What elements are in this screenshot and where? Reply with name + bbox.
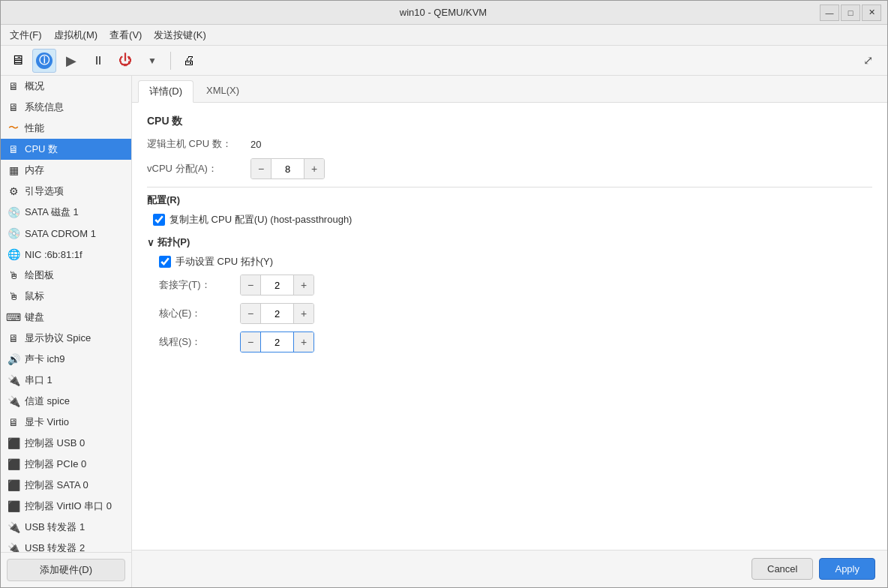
channel-icon: 🔌: [7, 394, 20, 408]
info-icon: ⓘ: [36, 52, 52, 69]
pause-button[interactable]: ⏸: [86, 49, 110, 73]
sidebar-item-perf[interactable]: 〜 性能: [1, 118, 131, 139]
sidebar-item-virtio[interactable]: 🖥 显卡 Virtio: [1, 412, 131, 433]
memory-icon: ▦: [7, 164, 20, 177]
sidebar-item-label: 串口 1: [25, 374, 52, 387]
nic-icon: 🌐: [7, 248, 20, 261]
threads-increment-button[interactable]: +: [294, 332, 314, 352]
sidebar-item-sound[interactable]: 🔊 声卡 ich9: [1, 349, 131, 370]
sidebar-item-label: 绘图板: [25, 268, 54, 282]
power-dropdown[interactable]: ▼: [140, 49, 164, 73]
cancel-button[interactable]: Cancel: [752, 558, 813, 580]
tab-xml[interactable]: XML(X): [195, 80, 250, 102]
sidebar-item-label: SATA CDROM 1: [25, 228, 96, 239]
sysinfo-icon: 🖥: [7, 100, 20, 114]
close-button[interactable]: ✕: [862, 4, 881, 21]
copy-host-cpu-label[interactable]: 复制主机 CPU 配置(U) (host-passthrough): [170, 213, 352, 226]
copy-host-cpu-row: 复制主机 CPU 配置(U) (host-passthrough): [153, 213, 872, 226]
topo-section: ∨ 拓扑(P) 手动设置 CPU 拓扑(Y) 套接字(T)： −: [147, 236, 872, 352]
sidebar-item-channel[interactable]: 🔌 信道 spice: [1, 391, 131, 412]
usb-conv1-icon: 🔌: [7, 520, 20, 534]
titlebar: win10 - QEMU/KVM — □ ✕: [1, 1, 887, 25]
manual-topo-row: 手动设置 CPU 拓扑(Y): [159, 255, 872, 268]
menu-vm[interactable]: 虚拟机(M): [48, 27, 104, 44]
threads-decrement-button[interactable]: −: [241, 332, 260, 352]
sidebar-item-label: 键盘: [25, 310, 44, 324]
sata0-icon: ⬛: [7, 478, 20, 492]
main-window: win10 - QEMU/KVM — □ ✕ 文件(F) 虚拟机(M) 查看(V…: [0, 0, 888, 588]
sidebar: 🖥 概况 🖥 系统信息 〜 性能 🖥 CPU 数 ▦ 内存: [1, 76, 132, 587]
threads-spinbox: − +: [240, 332, 314, 352]
threads-input[interactable]: [260, 332, 294, 352]
vcpu-input[interactable]: [271, 159, 304, 178]
sockets-decrement-button[interactable]: −: [241, 275, 260, 295]
tab-detail[interactable]: 详情(D): [138, 80, 194, 103]
boot-icon: ⚙: [7, 184, 20, 198]
sockets-row: 套接字(T)： − +: [159, 274, 872, 296]
main-content: 🖥 概况 🖥 系统信息 〜 性能 🖥 CPU 数 ▦ 内存: [1, 76, 887, 587]
sidebar-item-usb-conv2[interactable]: 🔌 USB 转发器 2: [1, 538, 131, 552]
cores-increment-button[interactable]: +: [294, 304, 314, 323]
manual-topo-checkbox[interactable]: [159, 256, 171, 268]
sidebar-item-memory[interactable]: ▦ 内存: [1, 160, 131, 181]
sidebar-item-spice[interactable]: 🖥 显示协议 Spice: [1, 328, 131, 349]
sidebar-item-mouse[interactable]: 🖱 鼠标: [1, 286, 131, 307]
sidebar-item-sysinfo[interactable]: 🖥 系统信息: [1, 97, 131, 118]
sidebar-item-sata1[interactable]: 💿 SATA 磁盘 1: [1, 202, 131, 223]
logical-cpu-label: 逻辑主机 CPU 数：: [147, 137, 244, 151]
maximize-button[interactable]: □: [841, 4, 860, 21]
mouse-icon: 🖱: [7, 290, 20, 303]
sidebar-item-boot[interactable]: ⚙ 引导选项: [1, 181, 131, 202]
cpucount-icon: 🖥: [7, 142, 20, 156]
sidebar-item-keyboard[interactable]: ⌨ 键盘: [1, 307, 131, 328]
sidebar-item-usb-conv1[interactable]: 🔌 USB 转发器 1: [1, 517, 131, 538]
info-button[interactable]: ⓘ: [32, 49, 56, 73]
sidebar-item-label: 概况: [25, 80, 44, 93]
play-button[interactable]: ▶: [59, 49, 83, 73]
sidebar-item-cpucount[interactable]: 🖥 CPU 数: [1, 139, 131, 160]
apply-button[interactable]: Apply: [819, 558, 875, 580]
sidebar-item-overview[interactable]: 🖥 概况: [1, 76, 131, 97]
add-hardware-button[interactable]: 添加硬件(D): [7, 559, 125, 581]
sidebar-item-nic[interactable]: 🌐 NIC :6b:81:1f: [1, 244, 131, 265]
sidebar-item-label: 鼠标: [25, 290, 44, 303]
menu-view[interactable]: 查看(V): [104, 27, 148, 44]
menu-sendkey[interactable]: 发送按键(K): [148, 27, 212, 44]
topo-header[interactable]: ∨ 拓扑(P): [147, 236, 872, 249]
sidebar-item-virtio-serial[interactable]: ⬛ 控制器 VirtIO 串口 0: [1, 496, 131, 517]
sidebar-item-pcie0[interactable]: ⬛ 控制器 PCIe 0: [1, 454, 131, 475]
cores-row: 核心(E)： − +: [159, 303, 872, 324]
vcpu-increment-button[interactable]: +: [304, 159, 324, 178]
manual-topo-label[interactable]: 手动设置 CPU 拓扑(Y): [176, 255, 273, 268]
sidebar-item-label: CPU 数: [25, 142, 58, 156]
cores-decrement-button[interactable]: −: [241, 304, 260, 323]
sidebar-item-label: NIC :6b:81:1f: [25, 249, 82, 260]
usb-conv2-icon: 🔌: [7, 542, 20, 552]
vcpu-decrement-button[interactable]: −: [251, 159, 271, 178]
sidebar-item-cdrom1[interactable]: 💿 SATA CDROM 1: [1, 223, 131, 244]
snapshot-button[interactable]: 🖨: [177, 49, 201, 73]
sata1-icon: 💿: [7, 206, 20, 219]
monitor-button[interactable]: 🖥: [5, 49, 29, 73]
menubar: 文件(F) 虚拟机(M) 查看(V) 发送按键(K): [1, 25, 887, 46]
expand-button[interactable]: ⤢: [856, 49, 880, 73]
sound-icon: 🔊: [7, 352, 20, 366]
copy-host-cpu-checkbox[interactable]: [153, 214, 165, 226]
minimize-button[interactable]: —: [820, 4, 839, 21]
sidebar-item-label: 性能: [25, 122, 44, 135]
tabs: 详情(D) XML(X): [132, 76, 887, 103]
sidebar-item-label: 内存: [25, 164, 44, 177]
power-button[interactable]: ⏻: [113, 49, 137, 73]
toolbar-separator: [170, 52, 171, 70]
sockets-increment-button[interactable]: +: [294, 275, 314, 295]
menu-file[interactable]: 文件(F): [4, 27, 48, 44]
sidebar-item-usb0[interactable]: ⬛ 控制器 USB 0: [1, 433, 131, 454]
sidebar-item-serial1[interactable]: 🔌 串口 1: [1, 370, 131, 391]
sockets-input[interactable]: [260, 275, 294, 295]
sidebar-item-label: 显示协议 Spice: [25, 332, 91, 345]
sidebar-item-label: USB 转发器 2: [25, 542, 85, 552]
play-icon: ▶: [66, 52, 76, 69]
cores-input[interactable]: [260, 304, 294, 323]
sidebar-item-sata0[interactable]: ⬛ 控制器 SATA 0: [1, 475, 131, 496]
sidebar-item-tablet[interactable]: 🖱 绘图板: [1, 265, 131, 286]
